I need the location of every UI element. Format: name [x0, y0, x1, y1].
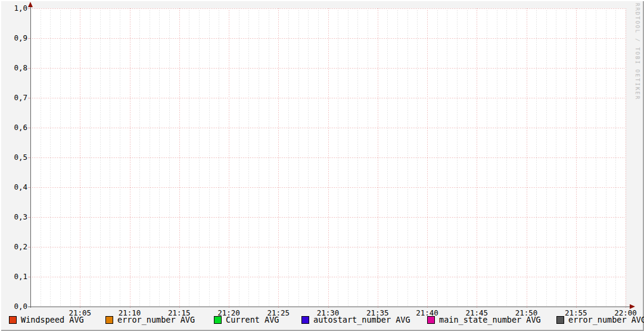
y-major-gridline: [30, 38, 626, 39]
x-minor-gridline: [437, 10, 438, 307]
legend-item: Windspeed AVG: [9, 315, 84, 324]
y-major-gridline: [30, 247, 626, 248]
x-major-gridline: [278, 8, 279, 309]
x-major-gridline: [378, 8, 378, 309]
x-minor-gridline: [189, 10, 189, 307]
y-major-gridline: [30, 128, 626, 128]
x-minor-gridline: [150, 10, 150, 307]
legend-swatch-icon: [301, 316, 309, 324]
x-minor-gridline: [219, 10, 219, 307]
x-minor-gridline: [248, 10, 249, 307]
legend-label: Current AVG: [226, 315, 279, 324]
x-minor-gridline: [308, 10, 309, 307]
x-minor-gridline: [318, 10, 319, 307]
legend-swatch-icon: [9, 316, 17, 324]
y-tick-label: 0,4: [0, 182, 27, 191]
x-major-gridline: [576, 8, 577, 309]
x-minor-gridline: [90, 10, 91, 307]
y-tick-label: 0,2: [0, 242, 27, 251]
legend-swatch-icon: [105, 316, 113, 324]
x-minor-gridline: [70, 10, 71, 307]
x-major-gridline: [130, 8, 130, 309]
y-major-gridline: [30, 8, 626, 9]
x-minor-gridline: [100, 10, 101, 307]
x-minor-gridline: [586, 10, 586, 307]
x-minor-gridline: [60, 10, 61, 307]
y-tick-label: 0,5: [0, 153, 27, 162]
y-tick-label: 0,9: [0, 33, 27, 42]
x-major-gridline: [527, 8, 527, 309]
x-minor-gridline: [41, 10, 41, 307]
x-minor-gridline: [517, 10, 517, 307]
x-minor-gridline: [407, 10, 408, 307]
x-minor-gridline: [120, 10, 120, 307]
x-minor-gridline: [288, 10, 289, 307]
y-major-gridline: [30, 157, 626, 158]
y-tick-label: 0,1: [0, 272, 27, 281]
y-tick-label: 0,6: [0, 123, 27, 132]
y-major-gridline: [30, 187, 626, 188]
x-minor-gridline: [506, 10, 507, 307]
legend-swatch-icon: [427, 316, 435, 324]
x-minor-gridline: [417, 10, 418, 307]
y-major-gridline: [30, 277, 626, 277]
x-minor-gridline: [497, 10, 497, 307]
x-minor-gridline: [50, 10, 51, 307]
x-minor-gridline: [487, 10, 487, 307]
x-minor-gridline: [467, 10, 468, 307]
x-major-gridline: [328, 8, 329, 309]
y-tick-label: 0,8: [0, 63, 27, 72]
y-major-gridline: [30, 217, 626, 218]
x-minor-gridline: [536, 10, 537, 307]
x-minor-gridline: [457, 10, 458, 307]
x-minor-gridline: [338, 10, 338, 307]
legend-label: error_number AVG: [568, 315, 644, 324]
y-major-gridline: [30, 98, 626, 98]
legend-swatch-icon: [214, 316, 222, 324]
x-minor-gridline: [546, 10, 547, 307]
x-axis-arrow-icon: [630, 304, 635, 309]
x-major-gridline: [626, 8, 626, 309]
y-tick-label: 0,7: [0, 93, 27, 102]
legend-item: Current AVG: [214, 315, 279, 324]
x-minor-gridline: [357, 10, 358, 307]
x-minor-gridline: [139, 10, 140, 307]
x-minor-gridline: [606, 10, 606, 307]
x-minor-gridline: [387, 10, 388, 307]
x-minor-gridline: [259, 10, 259, 307]
x-minor-gridline: [239, 10, 239, 307]
y-tick-label: 0,3: [0, 212, 27, 221]
x-minor-gridline: [209, 10, 210, 307]
y-tick-label: 1,0: [0, 4, 27, 13]
x-minor-gridline: [397, 10, 398, 307]
x-major-gridline: [80, 8, 80, 309]
legend-item: autostart_number AVG: [301, 315, 410, 324]
x-minor-gridline: [447, 10, 447, 307]
y-axis-line: [30, 5, 31, 308]
y-axis-arrow-icon: [28, 2, 33, 7]
x-major-gridline: [179, 8, 180, 309]
x-minor-gridline: [566, 10, 567, 307]
x-axis-line: [28, 307, 631, 307]
x-minor-gridline: [298, 10, 299, 307]
legend-swatch-icon: [556, 316, 564, 324]
legend-item: main_state_number AVG: [427, 315, 541, 324]
legend-label: autostart_number AVG: [313, 315, 410, 324]
x-minor-gridline: [269, 10, 269, 307]
legend-item: error_number AVG: [556, 315, 644, 324]
x-major-gridline: [427, 8, 428, 309]
x-minor-gridline: [596, 10, 596, 307]
x-major-gridline: [229, 8, 229, 309]
rrdtool-graph: RRDTOOL / TOBI OETIKER 21:0521:1021:1521…: [0, 0, 644, 331]
y-major-gridline: [30, 68, 626, 69]
legend-label: main_state_number AVG: [439, 315, 541, 324]
legend-label: error_number AVG: [117, 315, 195, 324]
x-minor-gridline: [368, 10, 368, 307]
legend-label: Windspeed AVG: [21, 315, 84, 324]
x-minor-gridline: [615, 10, 616, 307]
rrdtool-watermark: RRDTOOL / TOBI OETIKER: [634, 3, 640, 100]
x-minor-gridline: [348, 10, 349, 307]
x-minor-gridline: [169, 10, 170, 307]
x-minor-gridline: [110, 10, 110, 307]
x-minor-gridline: [556, 10, 556, 307]
